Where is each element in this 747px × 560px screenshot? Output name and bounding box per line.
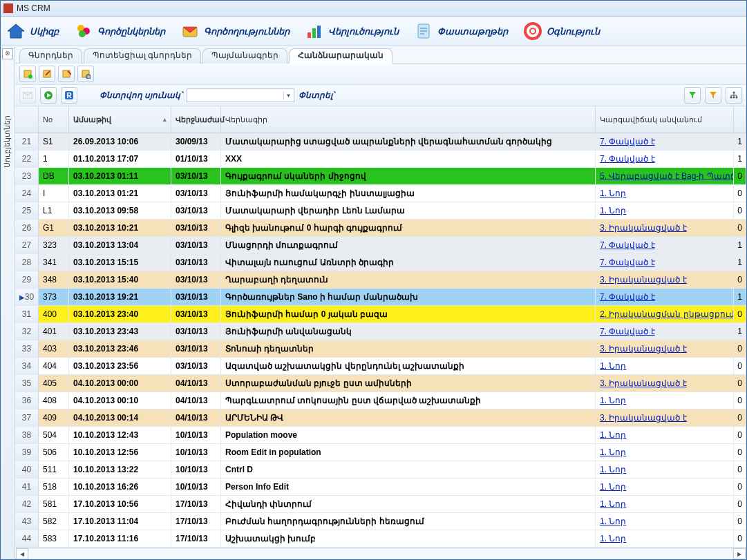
status-link[interactable]: 3. Իրականացված է	[600, 275, 687, 284]
status-link[interactable]: 1. Նոր	[600, 482, 626, 492]
status-link[interactable]: 1. Նոր	[600, 430, 626, 440]
row-header[interactable]: 35	[15, 375, 39, 392]
scroll-track[interactable]	[29, 549, 732, 559]
table-row[interactable]: 4258117.10.2013 10:5617/10/13Հիվանդի փնտ…	[15, 496, 746, 513]
filter-orange-button[interactable]	[705, 87, 721, 104]
delete-button[interactable]	[58, 66, 75, 82]
row-header[interactable]: ▶30	[15, 289, 39, 305]
table-row[interactable]: 2834103.10.2013 15:1503/10/13Վիտալայն ու…	[15, 254, 746, 271]
table-row[interactable]: 25L103.10.2013 09:5803/10/13Մատակարարի վ…	[15, 202, 746, 220]
status-link[interactable]: 3. Իրականացված է	[600, 344, 687, 354]
status-link[interactable]: 1. Նոր	[600, 534, 626, 543]
search-column-combo[interactable]: ▼	[187, 88, 294, 102]
status-link[interactable]: 5. Վերաբացված է Bag-ի Պատճառով	[600, 171, 734, 181]
row-header[interactable]: 43	[15, 513, 39, 530]
hierarchy-button[interactable]	[726, 87, 742, 104]
table-row[interactable]: 26G103.10.2013 10:2103/10/13Գլիզե խանութ…	[15, 220, 746, 237]
row-header[interactable]: 31	[15, 306, 39, 322]
horizontal-scrollbar[interactable]: ◀ ▶	[15, 548, 746, 559]
status-link[interactable]: 7. Փակված է	[600, 327, 655, 336]
tab-potential[interactable]: Պոտենցիալ գնորդներ	[84, 48, 201, 64]
tab-contracts[interactable]: Պայմանագրեր	[202, 48, 287, 64]
table-row[interactable]: 3540504.10.2013 00:0004/10/13Ստորաբաժանմ…	[15, 375, 746, 392]
table-row[interactable]: 4051110.10.2013 13:2210/10/13Cntrl D1. Ն…	[15, 461, 746, 479]
table-row[interactable]: ▶3037303.10.2013 19:2103/10/13Գործառույթ…	[15, 289, 746, 306]
table-row[interactable]: 21S126.09.2013 10:0630/09/13Մատակարարից …	[15, 133, 746, 151]
col-deadline[interactable]: Վերջնաժամ	[171, 106, 221, 133]
table-row[interactable]: 3440403.10.2013 23:5603/10/13Ազատված աշխ…	[15, 358, 746, 375]
col-selector[interactable]	[15, 106, 39, 133]
row-header[interactable]: 33	[15, 340, 39, 357]
col-date[interactable]: Ամսաթիվ▴	[69, 106, 171, 133]
row-header[interactable]: 44	[15, 530, 39, 547]
row-header[interactable]: 32	[15, 323, 39, 340]
row-header[interactable]: 25	[15, 202, 39, 219]
row-header[interactable]: 40	[15, 461, 39, 478]
filter-green-button[interactable]	[684, 87, 701, 104]
row-header[interactable]: 22	[15, 151, 39, 167]
table-row[interactable]: 3640804.10.2013 00:1004/10/13Պարգևատրում…	[15, 392, 746, 409]
scroll-right-icon[interactable]: ▶	[733, 548, 746, 559]
toolbar-analysis[interactable]: Վերլուծություն	[305, 21, 399, 41]
tab-instructions[interactable]: Հանձնարարական	[289, 48, 393, 64]
status-link[interactable]: 1. Նոր	[600, 499, 626, 509]
status-link[interactable]: 3. Իրականացված է	[600, 378, 687, 388]
table-row[interactable]: 23DB03.10.2013 01:1103/10/13Գույքագրում …	[15, 168, 746, 185]
status-link[interactable]: 7. Փակված է	[600, 137, 655, 146]
status-link[interactable]: 7. Փակված է	[600, 240, 655, 250]
status-link[interactable]: 1. Նոր	[600, 396, 626, 405]
row-header[interactable]: 28	[15, 254, 39, 271]
table-row[interactable]: 4458317.10.2013 11:1617/10/13Աշխատակցի խ…	[15, 530, 746, 548]
row-header[interactable]: 23	[15, 168, 39, 184]
toolbar-operations[interactable]: Գործողություններ	[180, 21, 290, 41]
col-status[interactable]: Կարգավիճակ անվանում	[596, 106, 734, 133]
data-grid[interactable]: No Ամսաթիվ▴ Վերջնաժամ Վերնագիր Կարգավիճա…	[15, 106, 746, 548]
side-panel-collapsed[interactable]: ⊗ Սուբյեկտներ	[1, 46, 15, 559]
status-link[interactable]: 1. Նոր	[600, 206, 626, 215]
table-row[interactable]: 22101.10.2013 17:0701/10/13XXX7. Փակված …	[15, 151, 746, 168]
table-row[interactable]: 3340303.10.2013 23:4603/10/13Տոնուսի դեղ…	[15, 340, 746, 358]
status-link[interactable]: 7. Փակված է	[600, 154, 655, 164]
table-row[interactable]: 2934803.10.2013 15:4003/10/13Ղարաբաղի դե…	[15, 271, 746, 289]
row-header[interactable]: 27	[15, 237, 39, 253]
table-row[interactable]: 3140003.10.2013 23:4003/10/13Յունիֆարմի …	[15, 306, 746, 323]
row-header[interactable]: 42	[15, 496, 39, 512]
table-row[interactable]: 4151810.10.2013 16:2610/10/13Person Info…	[15, 479, 746, 496]
status-link[interactable]: 1. Նոր	[600, 516, 626, 526]
view-button[interactable]	[77, 66, 94, 82]
edit-button[interactable]	[39, 66, 55, 82]
row-header[interactable]: 21	[15, 133, 39, 150]
run-button[interactable]	[40, 87, 57, 104]
status-link[interactable]: 7. Փակված է	[600, 258, 655, 267]
status-link[interactable]: 1. Նոր	[600, 465, 626, 474]
col-title[interactable]: Վերնագիր	[221, 106, 596, 133]
table-row[interactable]: 3950610.10.2013 12:5610/10/13Room Edit i…	[15, 444, 746, 461]
table-row[interactable]: 3850410.10.2013 12:4310/10/13Population …	[15, 427, 746, 444]
status-link[interactable]: 2. Իրականացման ընթացքում է	[600, 309, 734, 319]
status-link[interactable]: 7. Փակված է	[600, 292, 655, 302]
row-header[interactable]: 41	[15, 479, 39, 495]
col-no[interactable]: No	[39, 106, 69, 133]
add-button[interactable]	[19, 66, 36, 82]
toolbar-home[interactable]: Սկիզբ	[6, 21, 59, 41]
toolbar-documents[interactable]: Փաստաթղթեր	[414, 21, 508, 41]
row-header[interactable]: 34	[15, 358, 39, 374]
row-header[interactable]: 26	[15, 220, 39, 236]
row-header[interactable]: 38	[15, 427, 39, 443]
status-link[interactable]: 1. Նոր	[600, 447, 626, 457]
table-row[interactable]: 24I03.10.2013 01:2103/10/13Յունիֆարմի հա…	[15, 185, 746, 202]
row-header[interactable]: 39	[15, 444, 39, 461]
row-header[interactable]: 36	[15, 392, 39, 409]
row-header[interactable]: 24	[15, 185, 39, 202]
status-link[interactable]: 1. Նոր	[600, 189, 626, 198]
tab-buyers[interactable]: Գնորդներ	[19, 48, 82, 64]
toolbar-help[interactable]: Օգնություն	[523, 21, 600, 41]
mail-button[interactable]	[19, 87, 36, 104]
table-row[interactable]: 4358217.10.2013 11:0417/10/13Բուժման հաղ…	[15, 513, 746, 530]
row-header[interactable]: 29	[15, 271, 39, 288]
pin-icon[interactable]: ⊗	[2, 48, 13, 59]
refresh-button[interactable]: R	[61, 87, 77, 104]
status-link[interactable]: 3. Իրականացված է	[600, 223, 687, 233]
table-row[interactable]: 3740904.10.2013 00:1404/10/13ԱՐՄԵՆԻԱ ԹՎ3…	[15, 409, 746, 427]
row-header[interactable]: 37	[15, 409, 39, 426]
